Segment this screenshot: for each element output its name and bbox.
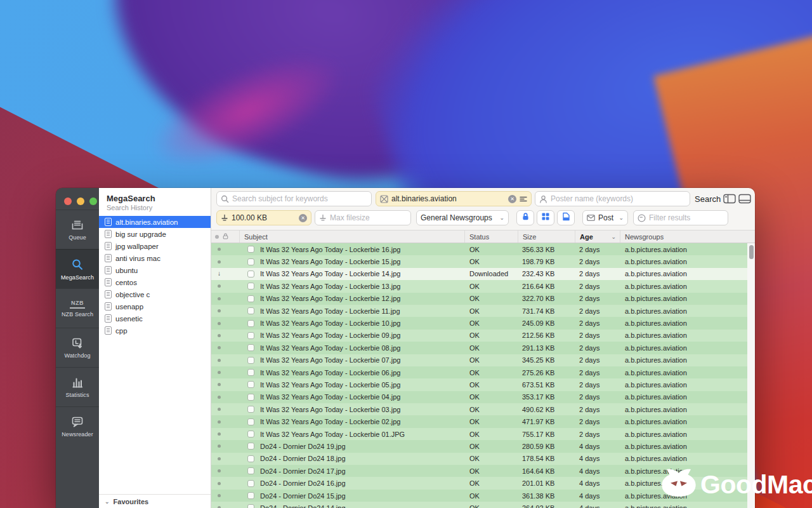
column-header-newsgroups[interactable]: Newsgroups [620,231,747,243]
export-nzb-button[interactable] [557,210,575,225]
post-type-select[interactable]: Post ⌄ [582,210,628,225]
column-header-status[interactable]: Status [465,231,518,243]
table-row[interactable]: ↓ It Was 32 Years Ago Today - Lockerbie … [211,378,747,391]
table-row[interactable]: ↓ It Was 32 Years Ago Today - Lockerbie … [211,354,747,366]
subject-text: It Was 32 Years Ago Today - Lockerbie 12… [260,295,400,302]
sidebar-item-statistics[interactable]: Statistics [56,367,99,406]
row-checkbox[interactable] [247,480,254,487]
newsgroup-category-select[interactable]: General Newsgroups ⌄ [416,210,509,225]
table-row[interactable]: ↓ It Was 32 Years Ago Today - Lockerbie … [211,428,747,440]
filter-results-input[interactable]: Filter results [633,210,728,225]
table-row[interactable]: ↓ It Was 32 Years Ago Today - Lockerbie … [211,280,747,292]
token-list-icon[interactable] [520,196,527,203]
status-dot-icon [218,309,221,312]
sidebar-item-label: Newsreader [62,431,93,438]
sidebar-item-nzb-search[interactable]: NZB NZB Search [56,288,99,328]
size-cell: 356.33 KB [518,246,575,253]
row-checkbox[interactable] [247,283,254,290]
table-row[interactable]: ↓ It Was 32 Years Ago Today - Lockerbie … [211,330,747,342]
toggle-sidebar-button[interactable] [723,194,736,204]
min-filesize-field[interactable]: 100.00 KB ✕ [216,210,311,225]
newsgroups-cell: a.b.pictures.aviation [620,344,747,352]
size-cell: 212.56 KB [518,331,575,339]
newsgroup-token-field[interactable]: alt.binaries.aviation ✕ [376,191,532,206]
history-item-label: big sur upgrade [115,231,166,238]
row-checkbox[interactable] [247,295,254,302]
newsgroups-cell: a.b.pictures.aviation [620,369,747,377]
history-item[interactable]: centos [99,276,211,288]
row-checkbox[interactable] [247,492,254,499]
lock-view-button[interactable] [516,210,534,225]
row-checkbox[interactable] [247,455,254,462]
sidebar-item-newsreader[interactable]: Newsreader [56,406,99,446]
table-row[interactable]: ↓ It Was 32 Years Ago Today - Lockerbie … [211,366,747,378]
row-checkbox[interactable] [247,357,254,364]
table-row[interactable]: ↓ It Was 32 Years Ago Today - Lockerbie … [211,305,747,317]
history-item[interactable]: objective c [99,288,211,300]
table-row[interactable]: ↓ It Was 32 Years Ago Today - Lockerbie … [211,243,747,255]
row-checkbox[interactable] [247,369,254,376]
row-checkbox[interactable] [247,504,254,508]
clear-newsgroup-button[interactable]: ✕ [508,195,516,203]
column-header-size[interactable]: Size [518,231,575,243]
watchdog-icon [70,337,84,350]
table-row[interactable]: ↓ It Was 32 Years Ago Today - Lockerbie … [211,255,747,267]
history-item[interactable]: anti virus mac [99,252,211,264]
table-row[interactable]: ↓ It Was 32 Years Ago Today - Lockerbie … [211,403,747,415]
status-cell: OK [465,479,518,487]
history-item[interactable]: big sur upgrade [99,228,211,240]
history-item[interactable]: alt.binaries.aviation [99,216,211,228]
column-header-subject[interactable]: Subject [240,231,465,243]
row-checkbox[interactable] [247,418,254,425]
table-row[interactable]: ↓ Do24 - Dornier Do24 14.jpg OK 264.92 K… [211,502,747,508]
row-indicator: ↓ [211,359,240,362]
row-checkbox[interactable] [247,307,254,314]
history-item[interactable]: jpg wallpaper [99,240,211,252]
row-checkbox[interactable] [247,394,254,401]
status-cell: OK [465,283,518,290]
table-row[interactable]: ↓ It Was 32 Years Ago Today - Lockerbie … [211,293,747,305]
age-cell: 2 days [575,307,620,315]
row-checkbox[interactable] [247,332,254,339]
row-checkbox[interactable] [247,271,254,277]
history-item[interactable]: cpp [99,324,211,337]
table-row[interactable]: ↓ It Was 32 Years Ago Today - Lockerbie … [211,317,747,329]
history-item[interactable]: ubuntu [99,264,211,276]
table-row[interactable]: ↓ Do24 - Dornier Do24 19.jpg OK 280.59 K… [211,440,747,452]
close-window-button[interactable] [64,197,72,205]
sidebar-item-megasearch[interactable]: MegaSearch [56,249,99,288]
favourites-section[interactable]: ⌄ Favourites [99,494,211,508]
sidebar-item-queue[interactable]: Queue [56,210,99,249]
table-row[interactable]: ↓ Do24 - Dornier Do24 18.jpg OK 178.54 K… [211,453,747,465]
column-header-age[interactable]: Age ⌄ [575,231,620,243]
scrollbar-thumb[interactable] [749,245,754,259]
status-cell: OK [465,258,518,265]
sidebar-item-watchdog[interactable]: Watchdog [56,328,99,367]
row-checkbox[interactable] [247,320,254,327]
table-row[interactable]: ↓ It Was 32 Years Ago Today - Lockerbie … [211,391,747,403]
size-cell: 345.25 KB [518,356,575,364]
table-row[interactable]: ↓ It Was 32 Years Ago Today - Lockerbie … [211,342,747,354]
table-row[interactable]: ↓ It Was 32 Years Ago Today - Lockerbie … [211,268,747,280]
zoom-window-button[interactable] [89,197,97,205]
grid-view-button[interactable] [537,210,554,225]
toggle-bottom-bar-button[interactable] [738,194,751,204]
max-filesize-field[interactable]: Max filesize [315,210,411,225]
row-checkbox[interactable] [247,258,254,265]
poster-name-input[interactable]: Poster name (keywords) [535,191,690,206]
clear-min-filesize-button[interactable]: ✕ [299,214,307,222]
history-item[interactable]: usenetic [99,312,211,324]
row-checkbox[interactable] [247,467,254,474]
minimize-window-button[interactable] [77,197,84,205]
row-checkbox[interactable] [247,246,254,253]
row-checkbox[interactable] [247,344,254,351]
search-button[interactable]: Search [695,191,721,206]
indicator-column-header[interactable] [211,231,240,243]
row-checkbox[interactable] [247,381,254,388]
row-checkbox[interactable] [247,431,254,438]
subject-search-input[interactable]: Search subject for keywords [216,191,372,206]
history-item[interactable]: usenapp [99,300,211,312]
row-checkbox[interactable] [247,406,254,413]
table-row[interactable]: ↓ It Was 32 Years Ago Today - Lockerbie … [211,415,747,427]
row-checkbox[interactable] [247,443,254,450]
